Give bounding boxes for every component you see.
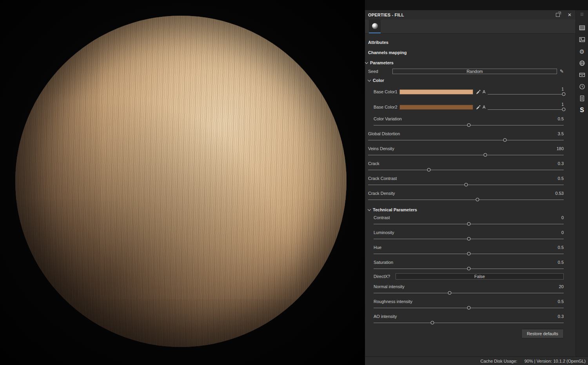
hue-slider[interactable] — [374, 251, 564, 256]
slider-handle[interactable] — [431, 321, 434, 324]
history-icon[interactable] — [579, 83, 585, 91]
eyedropper-icon[interactable] — [476, 105, 481, 110]
slider-row-global-distortion: Global Distortion 3.5 — [368, 131, 564, 142]
cache-disk-usage-label: Cache Disk Usage: — [481, 359, 517, 363]
texture-set-list-icon[interactable] — [579, 24, 585, 32]
alpha-label: A — [483, 89, 485, 94]
edit-seed-icon[interactable]: ✎ — [560, 69, 564, 74]
slider-handle[interactable] — [467, 252, 470, 255]
crack-density-slider[interactable] — [368, 197, 564, 202]
slider-row-hue: Hue 0.5 — [368, 245, 564, 256]
slider-row-color-variation: Color Variation 0.5 — [368, 116, 564, 127]
slider-handle[interactable] — [562, 93, 566, 96]
slider-handle[interactable] — [562, 108, 566, 111]
roughness-intensity-slider[interactable] — [374, 305, 564, 310]
tab-fill-material[interactable] — [369, 20, 381, 33]
normal-intensity-slider[interactable] — [374, 290, 564, 295]
section-parameters[interactable]: Parameters — [368, 60, 564, 65]
normal-intensity-label: Normal intensity — [374, 284, 405, 290]
close-panel-button[interactable]: ✕ — [568, 13, 572, 17]
color-variation-value: 0.5 — [558, 116, 564, 122]
luminosity-slider[interactable] — [374, 236, 564, 241]
base-color1-label: Base Color1 — [374, 89, 399, 94]
base-color1-swatch[interactable] — [399, 89, 473, 94]
luminosity-value: 0 — [561, 230, 564, 236]
chevron-down-icon — [368, 207, 371, 211]
section-color[interactable]: Color — [368, 78, 564, 83]
material-sphere-icon — [372, 23, 378, 29]
seed-value: Random — [466, 69, 483, 74]
veins-density-slider[interactable] — [368, 152, 564, 157]
crack-contrast-value: 0.5 — [558, 176, 564, 182]
base-color1-alpha-track[interactable] — [488, 92, 564, 97]
directx-dropdown[interactable]: False — [396, 273, 564, 280]
slider-handle[interactable] — [467, 267, 470, 270]
section-technical-parameters[interactable]: Technical Parameters — [368, 207, 564, 212]
properties-panel-header: OPERTIES - FILL ✕ — [365, 10, 575, 20]
hue-value: 0.5 — [558, 245, 564, 251]
slider-row-ao-intensity: AO intensity 0.3 — [368, 314, 564, 325]
log-icon[interactable] — [579, 94, 585, 102]
chevron-down-icon — [368, 78, 371, 81]
slider-row-saturation: Saturation 0.5 — [368, 260, 564, 271]
alpha-label: A — [483, 105, 485, 109]
slider-handle[interactable] — [427, 168, 430, 171]
undock-panel-button[interactable] — [556, 13, 560, 17]
seed-row: Seed Random ✎ — [368, 69, 564, 74]
slider-row-normal-intensity: Normal intensity 20 — [368, 284, 564, 295]
section-channels-mapping[interactable]: Channels mapping — [368, 50, 564, 55]
window-top-strip — [365, 0, 588, 10]
crack-contrast-slider[interactable] — [368, 182, 564, 187]
viewport-3d[interactable] — [0, 0, 365, 365]
status-bar: Cache Disk Usage: 90% | Version: 10.1.2 … — [365, 356, 588, 365]
section-attributes-label: Attributes — [368, 40, 388, 45]
slider-handle[interactable] — [448, 291, 452, 294]
crack-density-label: Crack Density — [368, 191, 395, 197]
veins-density-label: Veins Density — [368, 146, 394, 152]
slider-handle[interactable] — [467, 123, 470, 127]
base-color2-alpha-track[interactable] — [488, 107, 564, 112]
slider-handle[interactable] — [464, 183, 468, 186]
section-color-label: Color — [373, 78, 384, 83]
slider-handle[interactable] — [467, 306, 470, 309]
application-window: OPERTIES - FILL ✕ Attributes Channels ma… — [0, 0, 588, 365]
seed-input[interactable]: Random — [392, 69, 557, 74]
substance-logo[interactable]: S — [580, 106, 584, 114]
color-variation-slider[interactable] — [374, 122, 564, 127]
global-distortion-slider[interactable] — [368, 137, 564, 142]
crack-slider[interactable] — [368, 167, 564, 172]
saturation-slider[interactable] — [374, 266, 564, 271]
gear-icon[interactable]: ⚙ — [579, 47, 584, 55]
saturation-value: 0.5 — [558, 260, 564, 266]
properties-panel: OPERTIES - FILL ✕ Attributes Channels ma… — [365, 10, 575, 356]
slider-handle[interactable] — [484, 153, 487, 156]
crack-contrast-label: Crack Contrast — [368, 176, 397, 182]
crack-label: Crack — [368, 161, 379, 167]
base-color2-label: Base Color2 — [374, 105, 399, 109]
globe-icon[interactable] — [579, 59, 585, 67]
version-info: 90% | Version: 10.1.2 (OpenGL) — [524, 359, 586, 363]
section-attributes[interactable]: Attributes — [368, 40, 564, 45]
material-tabbar — [365, 20, 575, 34]
base-color2-alpha-slider: 1 — [488, 102, 564, 112]
contrast-label: Contrast — [374, 215, 390, 221]
slider-handle[interactable] — [467, 222, 470, 225]
slider-handle[interactable] — [476, 198, 479, 201]
material-preview-sphere — [15, 16, 347, 347]
ao-intensity-slider[interactable] — [374, 320, 564, 325]
dock-menu-icon[interactable]: ☰ — [580, 12, 584, 19]
veins-density-value: 180 — [557, 146, 564, 152]
display-settings-icon[interactable] — [579, 36, 585, 44]
slider-handle[interactable] — [467, 237, 470, 240]
sphere-shading — [15, 16, 347, 347]
eyedropper-icon[interactable] — [476, 89, 481, 94]
shelf-icon[interactable] — [579, 71, 585, 79]
crack-value: 0.3 — [558, 161, 564, 167]
slider-handle[interactable] — [503, 138, 507, 142]
panel-title: OPERTIES - FILL — [368, 13, 404, 17]
contrast-slider[interactable] — [374, 221, 564, 226]
slider-row-veins-density: Veins Density 180 — [368, 146, 564, 157]
restore-defaults-button[interactable]: Restore defaults — [521, 329, 564, 338]
base-color2-swatch[interactable] — [399, 105, 473, 110]
contrast-value: 0 — [561, 215, 564, 221]
